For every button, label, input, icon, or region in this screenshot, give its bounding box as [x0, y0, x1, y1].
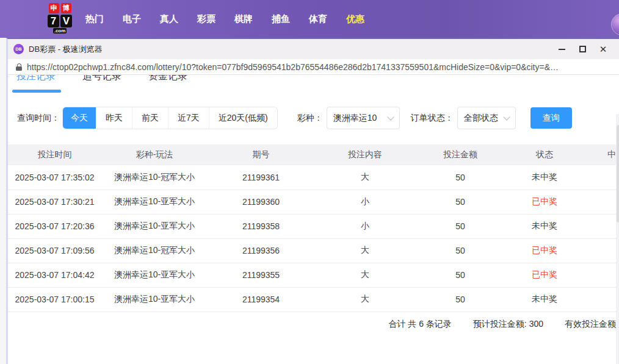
cell-content: 大: [314, 238, 416, 263]
cell-game: 澳洲幸运10-亚军大小: [101, 263, 208, 287]
cell-status: 未中奖: [505, 165, 584, 190]
nav-item-电子[interactable]: 电子: [123, 13, 141, 25]
active-tab-underline: [12, 90, 61, 93]
tab-投注记录[interactable]: 投注记录: [16, 75, 56, 88]
column-header-状态: 状态: [505, 145, 584, 165]
status-select[interactable]: 全部状态: [457, 107, 516, 129]
window-title: DB彩票 - 极速浏览器: [29, 44, 103, 55]
url-text: https://ctop02pchwp1.zfnc84.com/lottery/…: [27, 62, 559, 72]
close-button[interactable]: ✕: [593, 39, 614, 59]
nav-item-捕鱼[interactable]: 捕鱼: [272, 13, 290, 25]
cell-issue: 21199361: [208, 165, 314, 190]
summary-bar: 合计 共 6 条记录 预计投注金额: 300 有效投注金额: [8, 312, 619, 337]
column-header-期号: 期号: [208, 145, 314, 165]
column-header-彩种-玩法: 彩种-玩法: [101, 145, 208, 165]
cell-issue: 21199358: [208, 214, 314, 238]
table-header-row: 投注时间彩种-玩法期号投注内容投注金额状态中: [8, 145, 619, 165]
minimize-button[interactable]: [551, 39, 572, 59]
page-content: 投注记录追号记录资金记录 查询时间： 今天昨天前天近7天近20天(低频) 彩种：…: [8, 75, 619, 364]
table-row: 2025-03-07 17:04:42澳洲幸运10-亚军大小21199355大5…: [8, 263, 619, 287]
maximize-button[interactable]: [572, 39, 593, 59]
site-logo[interactable]: 申 博 7 V .com: [46, 3, 74, 34]
nav-item-彩票[interactable]: 彩票: [197, 13, 215, 25]
cell-game: 澳洲幸运10-冠军大小: [101, 238, 208, 263]
column-header-投注时间: 投注时间: [8, 145, 101, 165]
user-avatar[interactable]: [611, 13, 619, 35]
logo-domain: .com: [53, 28, 67, 34]
column-header-投注内容: 投注内容: [314, 145, 416, 165]
scrollbar-thumb[interactable]: [617, 125, 619, 223]
cell-content: 大: [314, 165, 416, 190]
lottery-select-value: 澳洲幸运10: [333, 113, 377, 124]
bet-records-table: 投注时间彩种-玩法期号投注内容投注金额状态中 2025-03-07 17:35:…: [8, 145, 619, 312]
cell-amount: 50: [416, 263, 505, 287]
cell-bet-time: 2025-03-07 17:00:15: [8, 287, 101, 312]
tab-追号记录[interactable]: 追号记录: [82, 75, 121, 88]
table-body: 2025-03-07 17:35:02澳洲幸运10-冠军大小21199361大5…: [8, 165, 619, 312]
cell-content: 小: [314, 214, 416, 238]
cell-win-amount: [584, 263, 619, 287]
time-option-近20天(低频)[interactable]: 近20天(低频): [209, 107, 277, 129]
table-row: 2025-03-07 17:00:15澳洲幸运10-亚军大小21199354大5…: [8, 287, 619, 312]
site-header: 申 博 7 V .com 热门电子真人彩票棋牌捕鱼体育优惠: [0, 0, 619, 38]
tab-资金记录[interactable]: 资金记录: [148, 75, 187, 88]
time-filter-label: 查询时间：: [17, 113, 60, 124]
lottery-select[interactable]: 澳洲幸运10: [327, 107, 400, 129]
nav-item-热门[interactable]: 热门: [85, 13, 104, 25]
cell-amount: 50: [416, 287, 505, 312]
cell-amount: 50: [416, 190, 505, 214]
column-header-投注金额: 投注金额: [416, 145, 505, 165]
cell-win-amount: [584, 190, 619, 214]
status-select-value: 全部状态: [464, 113, 498, 124]
cell-issue: 21199354: [208, 287, 314, 312]
window-titlebar: DB DB彩票 - 极速浏览器 ✕: [8, 39, 619, 59]
time-option-近7天[interactable]: 近7天: [168, 107, 209, 129]
logo-badge-bo: 博: [61, 3, 71, 13]
cell-content: 大: [314, 263, 416, 287]
cell-status: 未中奖: [505, 214, 584, 238]
top-nav-menu: 热门电子真人彩票棋牌捕鱼体育优惠: [85, 0, 364, 38]
cell-content: 小: [314, 190, 416, 214]
address-bar[interactable]: https://ctop02pchwp1.zfnc84.com/lottery/…: [8, 59, 619, 75]
cell-amount: 50: [416, 165, 505, 190]
nav-item-体育[interactable]: 体育: [309, 13, 327, 25]
cell-win-amount: [584, 165, 619, 190]
filter-bar: 查询时间： 今天昨天前天近7天近20天(低频) 彩种： 澳洲幸运10 订单状态：…: [8, 107, 619, 129]
table-row: 2025-03-07 17:35:02澳洲幸运10-冠军大小21199361大5…: [8, 165, 619, 190]
status-filter-label: 订单状态：: [411, 113, 454, 124]
cell-game: 澳洲幸运10-亚军大小: [101, 287, 208, 312]
chevron-down-icon: [387, 113, 394, 120]
summary-expected-amount: 预计投注金额: 300: [473, 319, 543, 330]
cell-amount: 50: [416, 238, 505, 263]
search-button[interactable]: 查询: [530, 107, 572, 129]
cell-bet-time: 2025-03-07 17:09:56: [8, 238, 101, 263]
window-controls: ✕: [551, 39, 614, 59]
lock-icon: [16, 63, 22, 71]
logo-7v: 7 V: [48, 15, 72, 27]
cell-issue: 21199355: [208, 263, 314, 287]
lottery-filter-label: 彩种：: [297, 113, 323, 124]
nav-item-优惠[interactable]: 优惠: [346, 13, 364, 25]
nav-item-真人[interactable]: 真人: [160, 13, 178, 25]
maximize-icon: [579, 46, 586, 52]
logo-badges: 申 博: [49, 3, 71, 13]
table-row: 2025-03-07 17:30:21澳洲幸运10-亚军大小21199360小5…: [8, 190, 619, 214]
cell-win-amount: [584, 287, 619, 312]
time-filter-group: 今天昨天前天近7天近20天(低频): [62, 107, 278, 129]
time-option-昨天[interactable]: 昨天: [96, 107, 132, 129]
summary-valid-amount: 有效投注金额: [565, 319, 616, 330]
time-option-前天[interactable]: 前天: [132, 107, 168, 129]
page-scrollbar[interactable]: [616, 114, 619, 364]
cell-issue: 21199360: [208, 190, 314, 214]
cell-game: 澳洲幸运10-亚军大小: [101, 190, 208, 214]
table-row: 2025-03-07 17:09:56澳洲幸运10-冠军大小21199356大5…: [8, 238, 619, 263]
summary-total: 合计 共 6 条记录: [388, 319, 451, 330]
cell-status: 已中奖: [505, 263, 584, 287]
browser-window: DB DB彩票 - 极速浏览器 ✕ https://ctop02pchwp1.z…: [6, 38, 619, 364]
time-option-今天[interactable]: 今天: [63, 107, 96, 129]
nav-item-棋牌[interactable]: 棋牌: [234, 13, 253, 25]
cell-bet-time: 2025-03-07 17:30:21: [8, 190, 101, 214]
cell-amount: 50: [416, 214, 505, 238]
cell-bet-time: 2025-03-07 17:20:36: [8, 214, 101, 238]
cell-game: 澳洲幸运10-亚军大小: [101, 214, 208, 238]
